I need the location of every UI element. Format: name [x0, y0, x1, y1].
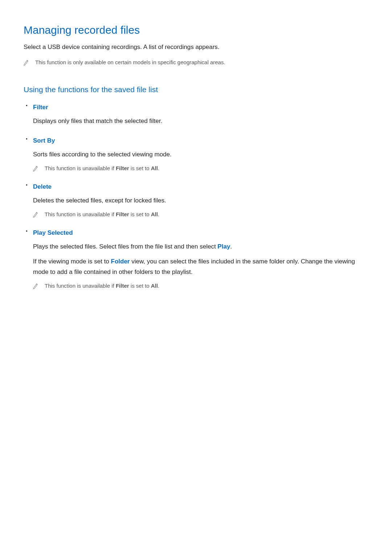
- pencil-icon: [33, 165, 38, 172]
- page-title: Managing recorded files: [24, 22, 368, 38]
- feature-delete-desc: Deletes the selected files, except for l…: [33, 196, 368, 206]
- note-term-all: All: [151, 211, 158, 217]
- note-term-filter: Filter: [116, 283, 129, 289]
- note-term-filter: Filter: [116, 165, 129, 171]
- feature-filter-title: Filter: [33, 103, 368, 112]
- section-title: Using the functions for the saved file l…: [24, 84, 368, 95]
- intro-text: Select a USB device containing recording…: [24, 42, 368, 52]
- desc-text-part: If the viewing mode is set to: [33, 258, 111, 265]
- note-text-part: is set to: [129, 211, 151, 217]
- feature-play-selected-title: Play Selected: [33, 228, 368, 238]
- note-text-part: .: [158, 283, 159, 289]
- feature-filter-desc: Displays only files that match the selec…: [33, 116, 368, 127]
- feature-play-selected: Play Selected Plays the selected files. …: [33, 228, 368, 290]
- feature-delete-note: This function is unavailable if Filter i…: [33, 210, 368, 219]
- note-text-part: is set to: [129, 165, 151, 171]
- note-text-part: .: [158, 211, 159, 217]
- feature-sort-by-title: Sort By: [33, 136, 368, 145]
- feature-filter: Filter Displays only files that match th…: [33, 103, 368, 127]
- pencil-icon: [33, 211, 38, 218]
- feature-sort-by: Sort By Sorts files according to the sel…: [33, 136, 368, 173]
- note-term-filter: Filter: [116, 211, 129, 217]
- top-note-text: This function is only available on certa…: [35, 58, 225, 67]
- pencil-icon: [33, 283, 38, 289]
- desc-text-part: Plays the selected files. Select files f…: [33, 243, 217, 250]
- pencil-icon: [24, 59, 29, 66]
- feature-delete: Delete Deletes the selected files, excep…: [33, 182, 368, 219]
- feature-play-selected-note: This function is unavailable if Filter i…: [33, 282, 368, 290]
- feature-list: Filter Displays only files that match th…: [24, 103, 368, 290]
- feature-delete-note-text: This function is unavailable if Filter i…: [45, 210, 159, 219]
- note-text-part: .: [158, 165, 159, 171]
- note-text-part: This function is unavailable if: [45, 283, 116, 289]
- feature-sort-by-desc: Sorts files according to the selected vi…: [33, 149, 368, 160]
- note-term-all: All: [151, 165, 158, 171]
- feature-sort-by-note-text: This function is unavailable if Filter i…: [45, 164, 159, 173]
- top-note: This function is only available on certa…: [24, 58, 368, 67]
- note-text-part: This function is unavailable if: [45, 165, 116, 171]
- note-text-part: is set to: [129, 283, 151, 289]
- desc-term-play: Play: [217, 243, 230, 250]
- feature-delete-title: Delete: [33, 182, 368, 192]
- feature-play-selected-note-text: This function is unavailable if Filter i…: [45, 282, 159, 290]
- feature-play-selected-desc1: Plays the selected files. Select files f…: [33, 242, 368, 252]
- desc-text-part: .: [230, 243, 232, 250]
- feature-play-selected-desc2: If the viewing mode is set to Folder vie…: [33, 257, 368, 278]
- feature-sort-by-note: This function is unavailable if Filter i…: [33, 164, 368, 173]
- note-term-all: All: [151, 283, 158, 289]
- desc-term-folder: Folder: [111, 258, 130, 265]
- note-text-part: This function is unavailable if: [45, 211, 116, 217]
